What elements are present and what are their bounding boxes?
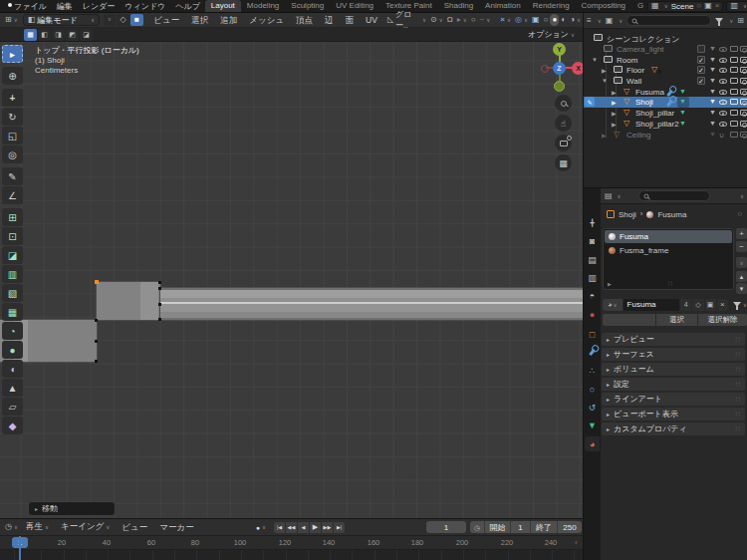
- panel-settings[interactable]: ▸設定∷: [602, 378, 745, 391]
- deselect-button[interactable]: 選択解除: [698, 314, 747, 326]
- pointer-icon[interactable]: ▼: [709, 120, 716, 127]
- operator-panel[interactable]: ▸ 移動: [28, 501, 116, 516]
- tool-inset-faces[interactable]: ⊡: [2, 227, 23, 245]
- screen-icon[interactable]: [730, 67, 738, 73]
- tool-smooth[interactable]: ●: [2, 341, 23, 359]
- viewlayer-selector[interactable]: ▥ ∨ ViewLayer ▣ ×: [726, 1, 747, 12]
- selected-vertex[interactable]: [95, 280, 99, 284]
- outliner-editor-icon[interactable]: ≡: [587, 17, 592, 25]
- properties-search-input[interactable]: [638, 190, 710, 201]
- mesh-shoji-frame-left[interactable]: [97, 282, 160, 320]
- menu-face[interactable]: 面: [340, 13, 361, 28]
- tab-scene[interactable]: ◓: [585, 288, 600, 303]
- tab-output[interactable]: ▤: [585, 252, 600, 267]
- snap-with-dropdown[interactable]: ▸ ∨: [455, 14, 469, 26]
- eye-icon[interactable]: [719, 58, 727, 63]
- filter-collection-icon[interactable]: ▣: [606, 17, 614, 25]
- menu-vertex[interactable]: 頂点: [290, 13, 319, 28]
- select-mode-extend-button[interactable]: ◧: [38, 29, 51, 41]
- tool-annotate[interactable]: ✎: [2, 167, 23, 185]
- next-keyframe-button[interactable]: ▶▶: [322, 522, 333, 533]
- select-mode-invert-button[interactable]: ◩: [66, 29, 79, 41]
- panel-preview[interactable]: ▸プレビュー∷: [602, 333, 745, 346]
- timeline-keyframe-band[interactable]: [0, 550, 583, 560]
- shading-rendered-button[interactable]: ◑∨: [568, 14, 583, 26]
- expand-icon[interactable]: ▶: [612, 121, 617, 128]
- outliner-row-shoji-pillar2[interactable]: ▶ ▽ Shoji_pillar2 ▼ ▼: [584, 119, 747, 130]
- workspace-tab-animation[interactable]: Animation: [479, 0, 527, 12]
- end-frame-field[interactable]: 250: [558, 521, 582, 533]
- menu-uv[interactable]: UV: [360, 13, 383, 28]
- outliner-row-scene-collection[interactable]: シーンコレクション: [584, 33, 747, 44]
- tool-scale[interactable]: ◱: [2, 127, 23, 144]
- tool-move[interactable]: +: [2, 89, 23, 107]
- screen-icon[interactable]: [730, 110, 738, 116]
- tool-rotate[interactable]: ↻: [2, 108, 23, 126]
- pointer-icon[interactable]: ▼: [709, 77, 716, 84]
- move-slot-down-button[interactable]: ▼: [736, 283, 747, 294]
- menu-select[interactable]: 選択: [185, 13, 214, 28]
- outliner-row-shoji-selected[interactable]: ▶ ▽ Shoji ▼ ▼: [584, 97, 747, 108]
- pan-button[interactable]: ☝: [555, 115, 572, 132]
- material-browse-button[interactable]: ◕ ∨: [603, 299, 622, 311]
- tool-shrink-fatten[interactable]: ▲: [2, 379, 23, 397]
- pointer-icon[interactable]: ▼: [709, 88, 716, 95]
- tab-modifiers[interactable]: [585, 345, 600, 360]
- expand-icon[interactable]: ▼: [592, 57, 598, 63]
- menu-mesh[interactable]: メッシュ: [243, 13, 290, 28]
- screen-icon[interactable]: [730, 46, 738, 52]
- breadcrumb-object[interactable]: Shoji: [619, 210, 636, 219]
- pointer-icon[interactable]: ▼: [709, 98, 716, 105]
- tab-render[interactable]: ◙: [585, 233, 600, 248]
- menu-keying[interactable]: キーイング∨: [55, 519, 116, 535]
- face-select-toggle[interactable]: ■: [130, 14, 143, 26]
- tab-object-data[interactable]: ▼: [585, 418, 600, 432]
- perspective-toggle-button[interactable]: ▦: [555, 154, 572, 171]
- workspace-tab-uv-editing[interactable]: UV Editing: [330, 0, 379, 12]
- close-icon[interactable]: ×: [715, 2, 720, 10]
- menu-view[interactable]: ビュー: [147, 13, 185, 28]
- show-overlays-toggle[interactable]: ◎ ∨: [513, 14, 530, 26]
- menu-view[interactable]: ビュー: [116, 520, 153, 535]
- snap-toggle[interactable]: Ω: [445, 14, 455, 26]
- camera-icon[interactable]: [740, 110, 747, 116]
- tab-object[interactable]: □: [585, 327, 600, 342]
- menu-file[interactable]: ファイル: [9, 0, 52, 13]
- eye-icon[interactable]: [719, 79, 727, 84]
- eye-icon[interactable]: [719, 68, 727, 73]
- shading-material-button[interactable]: ◐: [559, 14, 568, 26]
- expand-icon[interactable]: ▶: [612, 99, 617, 106]
- edge-select-toggle[interactable]: ◇: [117, 14, 129, 26]
- zoom-button[interactable]: [555, 95, 572, 112]
- filter-funnel-icon[interactable]: [715, 18, 723, 23]
- gizmo-axis-x[interactable]: X: [572, 62, 583, 75]
- tab-constraints[interactable]: ↺: [585, 400, 600, 415]
- add-slot-button[interactable]: +: [736, 228, 747, 239]
- pointer-icon[interactable]: ▼: [709, 56, 716, 63]
- exclude-checkbox[interactable]: ✓: [697, 77, 705, 85]
- tab-tool[interactable]: ╋: [585, 215, 600, 230]
- screen-icon[interactable]: [730, 132, 738, 138]
- auto-keying-toggle[interactable]: ● ∨: [256, 524, 266, 531]
- tab-world[interactable]: ●: [585, 307, 600, 322]
- pointer-icon[interactable]: ▼: [709, 109, 716, 116]
- expand-icon[interactable]: ▶: [602, 67, 607, 74]
- eye-closed-icon[interactable]: ∪: [719, 132, 724, 139]
- workspace-tab-rendering[interactable]: Rendering: [527, 0, 576, 12]
- workspace-tab-modeling[interactable]: Modeling: [241, 0, 285, 12]
- camera-icon[interactable]: [740, 89, 747, 95]
- unlink-close-icon[interactable]: ×: [717, 299, 728, 311]
- mesh-shoji-rail[interactable]: [160, 288, 583, 320]
- tool-measure[interactable]: ∠: [2, 186, 23, 204]
- tool-select-box[interactable]: ▸: [2, 45, 23, 63]
- properties-editor-icon[interactable]: ▤: [605, 192, 613, 200]
- falloff-dropdown[interactable]: ~ ∨: [478, 14, 493, 26]
- outliner-row-camera-light[interactable]: Camera_light ▼: [584, 44, 747, 55]
- timeline-ruler[interactable]: 1 20 40 60 80 100 120 140 160 180 200 22…: [0, 536, 583, 550]
- panel-surface[interactable]: ▸サーフェス∷: [602, 348, 745, 361]
- screen-icon[interactable]: [730, 78, 738, 84]
- proportional-editing-toggle[interactable]: ○: [469, 14, 478, 26]
- pointer-icon[interactable]: ▼: [709, 45, 716, 52]
- outliner-search-input[interactable]: [626, 15, 711, 26]
- menu-render[interactable]: レンダー: [78, 0, 121, 13]
